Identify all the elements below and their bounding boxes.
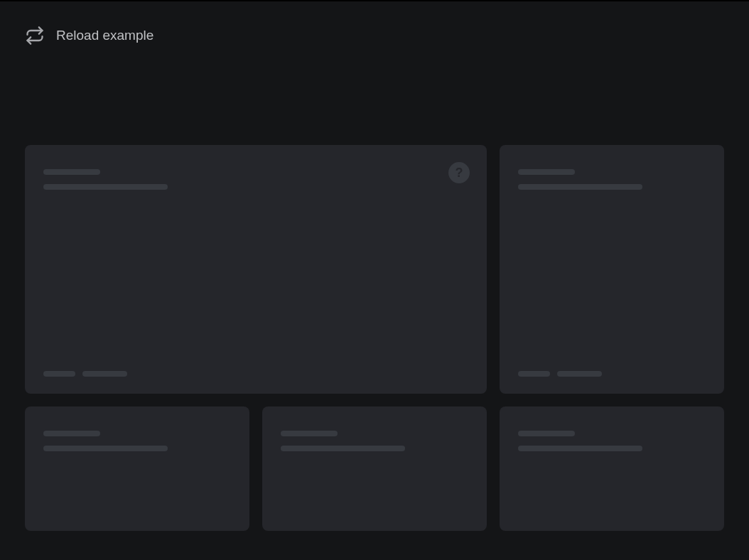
skeleton-line [43,446,168,451]
reload-icon[interactable] [25,26,45,45]
skeleton-line [43,371,75,377]
card-footer-placeholder [43,371,468,377]
reload-button-label[interactable]: Reload example [56,28,153,43]
card-header-placeholder [43,431,231,451]
skeleton-line [518,169,575,175]
skeleton-line [518,184,642,190]
header: Reload example [0,1,749,45]
skeleton-line [43,169,100,175]
skeleton-card [500,406,724,531]
skeleton-card [262,406,487,531]
card-header-placeholder [518,431,706,451]
skeleton-line [518,446,642,451]
skeleton-line [43,184,168,190]
card-footer-placeholder [518,371,706,377]
card-header-placeholder [43,169,468,190]
skeleton-card [500,145,724,394]
skeleton-line [518,371,550,377]
skeleton-line [557,371,602,377]
skeleton-line [281,446,405,451]
card-grid: ? [0,45,749,531]
skeleton-line [43,431,100,436]
help-icon[interactable]: ? [448,162,470,183]
help-glyph: ? [456,166,463,181]
skeleton-card [25,406,249,531]
skeleton-line [518,431,575,436]
skeleton-line [281,431,338,436]
skeleton-card: ? [25,145,487,394]
skeleton-line [82,371,127,377]
card-header-placeholder [518,169,706,190]
card-header-placeholder [281,431,468,451]
